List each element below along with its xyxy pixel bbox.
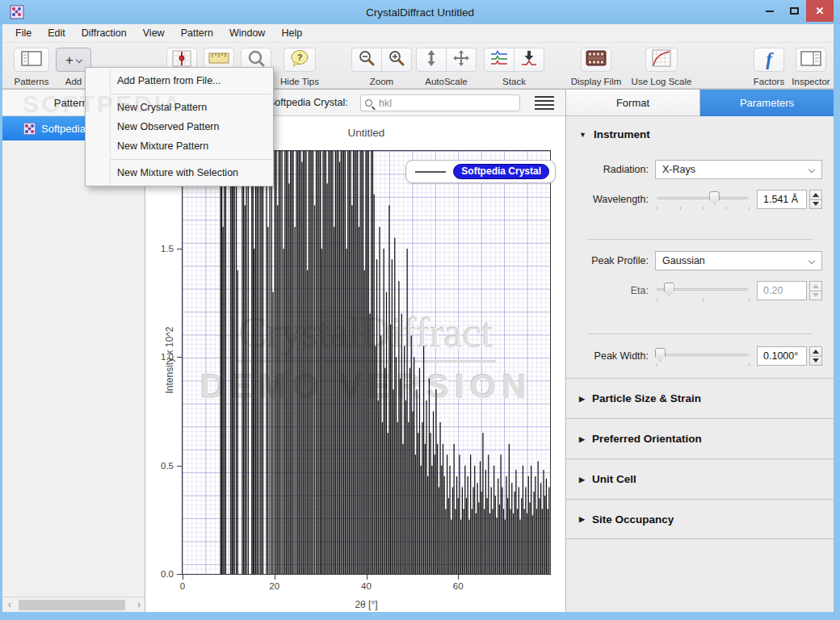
zoom-out-button[interactable] [351,48,382,72]
window-title: CrystalDiffract Untitled [0,6,840,19]
triangle-right-icon: ▶ [579,395,585,403]
instrument-section-header[interactable]: ▼ Instrument [579,128,834,140]
menu-gutter-line [110,68,111,186]
section-unit-cell[interactable]: ▶ Unit Cell [566,459,834,499]
chevron-down-icon [76,57,82,63]
menubar: File Edit Diffraction View Pattern Windo… [2,24,834,43]
x-axis-label: 2θ [°] [182,599,551,610]
tab-parameters[interactable]: Parameters [700,90,834,116]
section-particle-size-strain[interactable]: ▶ Particle Size & Strain [566,378,834,418]
wavelength-value-field[interactable]: 1.541 Å [757,190,807,209]
patterns-button[interactable] [14,48,49,72]
peak-width-slider-thumb[interactable] [655,348,666,362]
stack-button[interactable] [484,48,514,72]
separator [587,239,813,240]
eta-row: Eta: 0.20 [566,280,822,301]
menu-item-new-mixture-with-selection[interactable]: New Mixture with Selection [86,163,273,182]
menu-item-add-pattern-from-file[interactable]: Add Pattern from File... [86,71,273,90]
inspector-button[interactable] [796,48,826,72]
zoom-in-icon [388,49,405,70]
wavelength-slider[interactable] [655,189,750,210]
search-icon [365,99,372,107]
section-site-occupancy[interactable]: ▶ Site Occupancy [566,499,834,539]
display-film-group: Display Film [581,48,611,72]
inspector-label: Inspector [792,77,830,86]
display-film-button[interactable] [581,48,611,72]
display-film-label: Display Film [571,77,622,86]
autoscale-group: AutoScale [416,48,477,72]
sidebar-horizontal-scrollbar[interactable]: ‹ › [2,597,145,612]
wavelength-row: Wavelength: 1.541 Å [566,189,822,210]
film-strip-icon [586,50,607,69]
ruler-icon [208,52,229,67]
patterns-label: Patterns [15,77,49,86]
scroll-left-icon[interactable]: ‹ [8,599,11,610]
eta-slider[interactable] [655,280,750,301]
factors-group: f Factors [754,48,784,72]
peak-width-value-field[interactable]: 0.1000° [757,346,807,366]
menu-pattern[interactable]: Pattern [173,25,221,41]
menu-item-new-observed-pattern[interactable]: New Observed Pattern [86,117,273,136]
window-border-right [834,24,840,620]
maximize-button[interactable] [782,0,806,22]
window-border-bottom [0,612,840,620]
menu-diffraction[interactable]: Diffraction [74,25,135,41]
eta-value-field: 0.20 [757,281,807,300]
zoom-out-icon [358,49,376,70]
legend[interactable]: Softpedia Crystal [405,160,556,183]
crystal-icon [23,123,36,135]
tab-format[interactable]: Format [566,90,700,116]
pattern-name-label: Softpedia Crystal: [268,97,348,108]
triangle-right-icon: ▶ [579,475,585,484]
search-input[interactable] [379,98,519,109]
peak-width-label: Peak Width: [566,350,649,362]
factors-f-icon: f [766,49,772,70]
diffraction-plot[interactable]: CrystalDiffract DEMO VERSION Softpedia C… [182,150,551,575]
legend-line-sample [415,171,446,173]
chevron-down-icon [808,166,815,173]
minimize-button[interactable] [758,0,782,22]
factors-button[interactable]: f [754,48,784,72]
section-title: Preferred Orientation [592,433,702,445]
menu-item-new-mixture-pattern[interactable]: New Mixture Pattern [86,136,273,156]
autoscale-vertical-button[interactable] [416,48,447,72]
wavelength-slider-thumb[interactable] [709,191,720,205]
hkl-search-box[interactable] [360,94,520,111]
menu-item-new-crystal-pattern[interactable]: New Crystal Pattern [86,98,273,117]
peak-profile-label: Peak Profile: [566,255,649,266]
peak-width-slider[interactable] [655,346,750,367]
wavelength-label: Wavelength: [566,194,649,205]
scroll-right-icon[interactable]: › [137,599,141,610]
eta-slider-thumb[interactable] [664,283,674,296]
pattern-menu-icon[interactable] [535,96,554,112]
zoom-in-button[interactable] [381,48,412,72]
titlebar: CrystalDiffract Untitled ✕ [0,0,840,24]
menu-help[interactable]: Help [273,25,310,41]
menu-edit[interactable]: Edit [40,25,74,41]
menu-window[interactable]: Window [221,25,273,41]
hide-tips-button[interactable]: ? [284,48,316,72]
close-button[interactable]: ✕ [806,0,834,22]
radiation-dropdown[interactable]: X-Rays [655,160,822,179]
radiation-label: Radiation: [566,164,649,175]
peak-profile-dropdown[interactable]: Gaussian [655,251,822,270]
factors-label: Factors [754,77,784,86]
unstack-button[interactable] [514,48,544,72]
use-log-scale-button[interactable] [645,48,678,72]
section-preferred-orientation[interactable]: ▶ Preferred Orientation [566,418,834,459]
peak-width-stepper[interactable] [809,346,822,366]
inspector-group: Inspector [796,48,826,72]
help-balloon-icon: ? [290,49,309,70]
separator [587,333,813,334]
menu-view[interactable]: View [135,25,173,41]
inspector-tabs: Format Parameters [566,90,834,116]
chart-canvas: Untitled Intensity x 10^2 CrystalDiffrac… [145,116,565,612]
window-border-left [0,24,2,620]
scrollbar-thumb[interactable] [19,600,125,610]
inspector-panel: Format Parameters ▼ Instrument Radiation… [565,89,834,612]
patterns-group: Patterns [14,48,49,72]
wavelength-stepper[interactable] [809,190,822,209]
autoscale-all-button[interactable] [446,48,477,72]
log-curve-icon [652,49,671,70]
menu-file[interactable]: File [7,25,40,41]
